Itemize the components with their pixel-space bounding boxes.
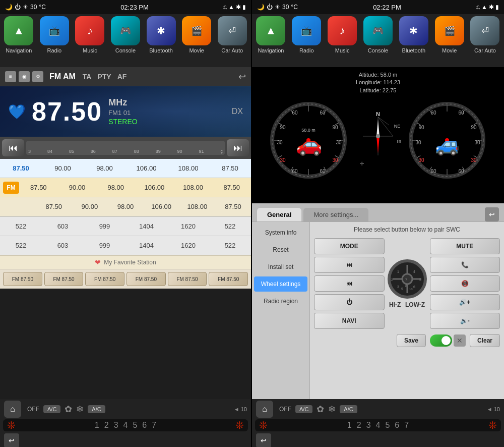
tab-more-settings[interactable]: More settings... [303,208,368,221]
eq-icon[interactable]: ≡ [5,71,16,82]
ac-btn-right-2[interactable]: A/C [340,405,357,413]
preset-2-5[interactable]: 108.00 [174,184,213,191]
settings-back-btn[interactable]: ↩ [485,207,499,221]
am-1-2[interactable]: 603 [42,222,84,230]
nav-bluetooth-left[interactable]: ✱ Bluetooth [147,16,176,65]
ac-btn-left-1[interactable]: A/C [43,405,60,413]
clear-btn[interactable]: Clear [470,334,500,347]
home-btn-left[interactable]: ⌂ [4,401,21,418]
preset-3-2[interactable]: 90.00 [72,203,107,210]
nav-radio-left[interactable]: 📺 Radio [40,16,69,65]
preset-1-1[interactable]: 87.50 [0,164,42,172]
climate-num-5: 5 [133,421,137,430]
fav-preset-3[interactable]: FM 87.50 [85,272,124,286]
ac-btn-left-2[interactable]: A/C [88,405,105,413]
preset-2-2[interactable]: 90.00 [58,184,97,191]
climate-num-2: 2 [104,421,109,430]
nav-movie-left[interactable]: 🎬 Movie [182,16,211,65]
preset-3-4[interactable]: 106.00 [144,203,179,210]
back-btn-left[interactable]: ↩ [4,433,19,447]
tab-general[interactable]: General [257,208,301,221]
preset-2-6[interactable]: 87.50 [212,184,251,191]
preset-2-3[interactable]: 98.00 [96,184,135,191]
preset-table: 87.50 90.00 98.00 106.00 108.00 87.50 FM… [0,159,251,216]
fav-preset-6[interactable]: FM 87.50 [209,272,248,286]
nav-movie-right[interactable]: 🎬 Movie [435,16,464,65]
vol-down-btn[interactable]: 🔉- [430,313,500,329]
ac-btn-right-1[interactable]: A/C [295,405,312,413]
temp-unit-right: °C [291,4,297,11]
am-2-1[interactable]: 522 [0,242,42,249]
am-1-1[interactable]: 522 [0,222,42,230]
tune-prev-btn[interactable]: ⏮ [2,139,24,156]
nav-music-left[interactable]: ♪ Music [75,16,104,65]
fav-preset-5[interactable]: FM 87.50 [168,272,207,286]
navi-btn[interactable]: NAVI [314,313,385,329]
am-1-4[interactable]: 1404 [125,222,167,230]
am-1-3[interactable]: 999 [84,222,125,230]
next-track-btn[interactable]: ⏭ [314,257,385,273]
pty-btn[interactable]: PTY [97,73,111,81]
mode-btn[interactable]: MODE [314,238,385,254]
cam-icon[interactable]: ◉ [19,71,30,82]
nav-navigation-left[interactable]: ▲ Navigation [4,16,33,65]
am-2-4[interactable]: 1404 [125,242,167,249]
preset-2-1[interactable]: 87.50 [19,184,58,191]
preset-1-2[interactable]: 90.00 [42,164,84,172]
tune-next-btn[interactable]: ⏭ [227,139,249,156]
phone-answer-btn[interactable]: 📞 [430,257,500,273]
save-btn[interactable]: Save [397,334,426,347]
vol-down-icon: 🔉- [460,317,470,324]
nav-icon-bluetooth-right: ✱ [399,16,428,45]
nav-label-carauto-right: Car Auto [474,47,496,53]
nav-console-right[interactable]: 🎮 Console [363,16,393,65]
toggle-on[interactable] [430,334,452,347]
prev-track-btn[interactable]: ⏮ [314,275,385,292]
preset-3-5[interactable]: 108.00 [179,203,215,210]
nav-radio-right[interactable]: 📺 Radio [292,16,321,65]
toggle-off[interactable]: ✕ [454,334,466,347]
preset-3-1[interactable]: 87.50 [36,203,72,210]
preset-1-4[interactable]: 106.00 [125,164,167,172]
nav-carauto-right[interactable]: ⏎ Car Auto [470,16,499,65]
nav-carauto-left[interactable]: ⏎ Car Auto [218,16,247,65]
preset-3-3[interactable]: 98.00 [107,203,143,210]
fav-preset-1[interactable]: FM 87.50 [3,272,42,286]
af-btn[interactable]: AF [117,73,127,81]
home-btn-right[interactable]: ⌂ [256,401,273,418]
am-2-5[interactable]: 1620 [167,242,209,249]
preset-1-6[interactable]: 87.50 [209,164,251,172]
back-btn-right[interactable]: ↩ [256,433,271,447]
sidebar-wheel-settings[interactable]: Wheel settings [254,276,307,292]
am-1-6[interactable]: 522 [209,222,251,230]
preset-row-1: 87.50 90.00 98.00 106.00 108.00 87.50 [0,159,251,178]
gear-icon[interactable]: ⚙ [32,71,43,82]
sidebar-system-info[interactable]: System info [254,225,307,240]
nav-bluetooth-right[interactable]: ✱ Bluetooth [399,16,428,65]
preset-1-3[interactable]: 98.00 [84,164,125,172]
am-1-5[interactable]: 1620 [167,222,209,230]
fav-preset-4[interactable]: FM 87.50 [127,272,166,286]
nav-music-right[interactable]: ♪ Music [328,16,357,65]
phone-hangup-btn[interactable]: 📵 [430,275,500,292]
mute-btn[interactable]: MUTE [430,238,500,254]
preset-1-5[interactable]: 108.00 [167,164,209,172]
nav-label-console-right: Console [368,47,388,53]
sidebar-radio-region[interactable]: Radio region [254,294,307,309]
am-2-3[interactable]: 999 [84,242,125,249]
sidebar-install-set[interactable]: Install set [254,259,307,274]
ta-btn[interactable]: TA [83,73,92,81]
am-2-6[interactable]: 522 [209,242,251,249]
vol-up-btn[interactable]: 🔊+ [430,294,500,310]
power-btn[interactable]: ⏻ [314,294,385,310]
nav-console-left[interactable]: 🎮 Console [111,16,140,65]
fm-back-btn[interactable]: ↩ [238,71,246,82]
nav-navigation-right[interactable]: ▲ Navigation [256,16,285,65]
preset-2-4[interactable]: 106.00 [135,184,174,191]
fav-preset-2[interactable]: FM 87.50 [44,272,84,286]
sidebar-reset[interactable]: Reset [254,242,307,257]
right-status-left: 🌙 ⏻ ☀ 30 °C [257,4,298,11]
am-2-2[interactable]: 603 [42,242,84,249]
svg-text:30: 30 [277,140,283,145]
preset-3-6[interactable]: 87.50 [215,203,251,210]
